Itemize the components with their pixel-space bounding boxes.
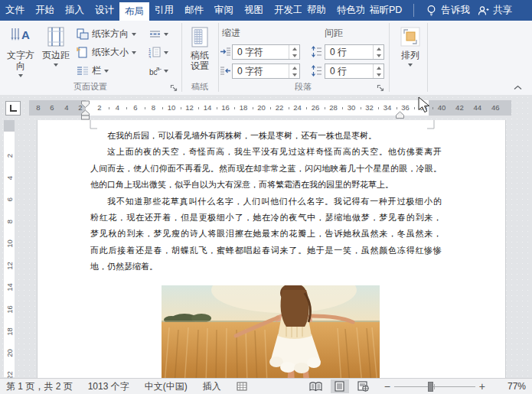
chevron-down-icon	[132, 51, 136, 54]
spacing-before-field[interactable]: 0 行	[325, 44, 384, 60]
zoom-slider[interactable]	[394, 381, 475, 392]
indent-right-spinner[interactable]	[289, 64, 299, 78]
document-text[interactable]: 在我的后园，可以看见墙外有两株树，一株是枣树，还有一株也是枣树。这上面的夜的天空…	[90, 128, 442, 275]
chevron-down-icon	[54, 63, 58, 67]
web-layout-button[interactable]	[354, 379, 373, 393]
tab-开始[interactable]: 开始	[30, 0, 60, 21]
tab-布局[interactable]: 布局	[119, 2, 149, 21]
tab-文件[interactable]: 文件	[0, 0, 30, 21]
arrange-button[interactable]: 排列	[393, 24, 427, 91]
orientation-icon	[77, 28, 89, 40]
indent-markers[interactable]	[80, 100, 90, 120]
language-status[interactable]: 中文(中国)	[145, 380, 188, 393]
word-count-status[interactable]: 1013 个字	[88, 380, 129, 393]
tab-stop-selector[interactable]	[5, 101, 21, 116]
line-numbers-button[interactable]: 123	[149, 44, 184, 60]
tab-插入[interactable]: 插入	[60, 0, 90, 21]
text-line[interactable]: 梦见秋的到来，梦见瘦的诗人将眼泪擦在她最末的花瓣上，告诉她秋虽然来，冬虽然来，	[90, 226, 442, 242]
tab-邮件[interactable]: 邮件	[179, 0, 209, 21]
page-number-status[interactable]: 第 1 页，共 2 页	[6, 380, 73, 393]
ruler-tick	[342, 107, 343, 109]
indent-left-spinner[interactable]	[289, 45, 299, 59]
ruler-number: 6	[5, 195, 14, 204]
tab-审阅[interactable]: 审阅	[209, 0, 239, 21]
zoom-level[interactable]: 77%	[497, 381, 526, 392]
chevron-down-icon	[18, 74, 23, 77]
orientation-button[interactable]: 纸张方向	[77, 26, 149, 42]
ruler-number: 10	[168, 103, 176, 112]
ruler-tick	[217, 107, 217, 109]
columns-button[interactable]: 栏	[77, 63, 149, 79]
ruler-tick	[270, 107, 271, 109]
indent-left-field[interactable]: 0 字符	[232, 44, 300, 60]
text-line[interactable]: 人间而去，使人们仰面不再看见。然而现在却非常之蓝，闪闪地䀹着几十个星星的眼，冷眼…	[90, 161, 442, 177]
left-tab-icon	[10, 105, 17, 112]
spacing-before-spinner[interactable]	[373, 45, 383, 59]
insert-mode-status[interactable]: 插入	[203, 380, 221, 393]
tab-引用[interactable]: 引用	[149, 0, 179, 21]
ruler-tick	[109, 107, 109, 109]
read-mode-button[interactable]	[307, 379, 325, 393]
tab-视图[interactable]: 视图	[239, 0, 269, 21]
tab-特色功能[interactable]: 特色功能	[331, 0, 364, 21]
ruler-number: 4	[116, 103, 119, 112]
margins-button[interactable]: 页边距	[40, 24, 72, 91]
zoom-slider-track	[394, 386, 475, 387]
margins-icon	[47, 24, 65, 50]
zoom-in-button[interactable]: +	[475, 380, 489, 392]
paper-size-label: 纸张大小	[92, 46, 129, 59]
chevron-down-icon	[164, 33, 168, 36]
text-line[interactable]: 而此后接着还是春，胡蝶乱飞，蜜蜂都唱起春词来了。她于是一笑，虽然颜色冻得红惨惨	[90, 243, 442, 259]
spacing-before-value: 0 行	[330, 46, 347, 59]
paper-size-button[interactable]: 纸张大小	[77, 44, 149, 60]
share-button[interactable]: 共享	[478, 0, 532, 21]
ruler-number: 16	[5, 304, 14, 314]
tab-设计[interactable]: 设计	[90, 0, 119, 21]
chevron-down-icon	[104, 70, 109, 73]
zoom-control: − +	[380, 380, 489, 392]
document-image[interactable]	[162, 285, 380, 378]
ruler-tick	[306, 107, 307, 109]
zoom-slider-handle[interactable]	[428, 382, 433, 392]
document-page[interactable]: 在我的后园，可以看见墙外有两株树，一株是枣树，还有一株也是枣树。这上面的夜的天空…	[37, 120, 506, 378]
paragraph-dialog-launcher[interactable]	[377, 84, 385, 93]
group-separator	[218, 23, 219, 92]
columns-label: 栏	[92, 64, 101, 77]
ruler-tick	[181, 107, 181, 109]
arrange-icon	[400, 24, 420, 50]
text-line[interactable]: 地，仍然瑟缩着。	[90, 259, 442, 275]
text-direction-button[interactable]: A 文字方向	[3, 24, 38, 91]
ruler-tick	[325, 107, 325, 109]
page-setup-dialog-launcher[interactable]	[170, 84, 178, 93]
ruler-number: 16	[221, 103, 230, 112]
tab-福昕PD[interactable]: 福昕PD	[364, 0, 407, 21]
zoom-out-button[interactable]: −	[380, 380, 394, 392]
text-line[interactable]: 粉红花，现在还开着，但是更极细小了，她在冷的夜气中，瑟缩地做梦，梦见春的到来，	[90, 210, 442, 226]
text-line[interactable]: 我不知道那些花草真叫什么名字，人们叫他们什么名字。我记得有一种开过极细小的	[90, 194, 442, 210]
ruler-number: 40	[438, 103, 446, 112]
text-line[interactable]: 在我的后园，可以看见墙外有两株树，一株是枣树，还有一株也是枣树。	[90, 128, 442, 144]
vertical-ruler[interactable]: 246810121416182022	[4, 120, 15, 377]
spacing-after-spinner[interactable]	[373, 64, 383, 78]
text-line[interactable]: 他的口角上现出微笑，似乎自以为大有深意，而将繁霜洒在我的园里的野花草上。	[90, 177, 442, 193]
collapse-ribbon-button[interactable]	[514, 85, 522, 90]
right-indent-marker[interactable]	[395, 111, 405, 119]
proofing-icon[interactable]	[237, 382, 247, 391]
tab-帮助[interactable]: 帮助	[302, 0, 331, 21]
indent-right-icon	[220, 65, 231, 77]
indent-left-icon	[220, 46, 231, 57]
horizontal-ruler[interactable]: 8642246810121416182022242628303234363840…	[29, 100, 511, 116]
indent-right-field[interactable]: 0 字符	[232, 63, 300, 79]
tell-me-button[interactable]: 告诉我	[420, 0, 476, 21]
text-line[interactable]: 这上面的夜的天空，奇怪而高，我生平没有见过这样奇怪而高的天空。他仿佛要离开	[90, 144, 442, 160]
spacing-after-field[interactable]: 0 行	[325, 63, 384, 79]
ruler-number: 28	[329, 103, 338, 112]
mouse-cursor	[418, 96, 431, 114]
print-layout-button[interactable]	[331, 379, 349, 393]
hyphenation-icon: bca-	[149, 65, 162, 77]
tab-开发工具[interactable]: 开发工具	[269, 0, 302, 21]
ruler-number: 12	[5, 261, 14, 270]
breaks-button[interactable]	[149, 26, 184, 42]
hyphenation-button[interactable]: bca-	[149, 63, 184, 79]
paragraph-group-label: 段落	[295, 81, 312, 93]
